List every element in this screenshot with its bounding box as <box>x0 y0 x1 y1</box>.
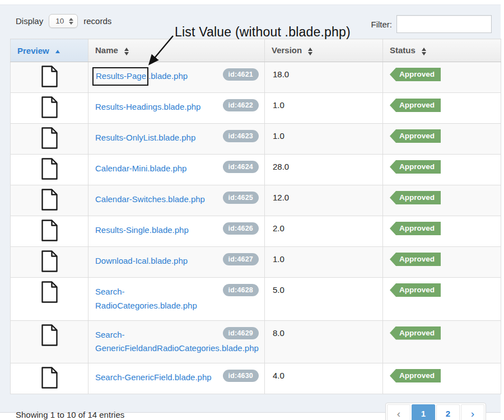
pagination-page-1[interactable]: 1 <box>412 404 435 420</box>
caret-up-icon <box>55 50 60 53</box>
file-icon[interactable] <box>41 172 58 181</box>
status-badge: Approved <box>390 283 441 297</box>
records-label: records <box>83 16 111 26</box>
status-badge: Approved <box>390 369 441 382</box>
preview-cell <box>11 363 88 394</box>
file-icon[interactable] <box>41 80 58 89</box>
template-name-link[interactable]: Results-Page.blade.php <box>95 69 188 83</box>
status-badge: Approved <box>390 326 441 340</box>
status-cell: Approved <box>383 124 501 155</box>
status-cell: Approved <box>383 320 501 363</box>
caret-updown-icon <box>308 48 312 55</box>
entries-summary: Showing 1 to 10 of 14 entries <box>16 410 124 419</box>
template-name-link[interactable]: Search-GenericField.blade.php <box>95 371 212 385</box>
status-cell: Approved <box>383 155 501 185</box>
id-badge: id:4628 <box>223 284 259 296</box>
status-badge: Approved <box>390 253 441 266</box>
preview-cell <box>11 93 88 124</box>
file-icon[interactable] <box>41 295 58 305</box>
version-cell: 28.0 <box>265 155 383 185</box>
id-badge: id:4624 <box>223 161 259 173</box>
file-icon[interactable] <box>41 110 58 120</box>
table-row: Results-Page.blade.phpid:462118.0Approve… <box>11 62 501 93</box>
column-label: Name <box>95 45 118 55</box>
status-badge: Approved <box>390 191 441 204</box>
preview-cell <box>11 124 88 155</box>
id-badge: id:4626 <box>223 222 259 235</box>
status-badge: Approved <box>390 129 441 143</box>
table-row: Search- GenericFieldandRadioCategories.b… <box>11 320 501 363</box>
version-cell: 1.0 <box>265 124 383 155</box>
template-name-link[interactable]: Results-Headings.blade.php <box>95 100 200 114</box>
table-row: Results-OnlyList.blade.phpid:46231.0Appr… <box>11 124 501 155</box>
name-cell: Calendar-Mini.blade.phpid:4624 <box>88 155 265 185</box>
template-name-link[interactable]: Search- RadioCategories.blade.php <box>95 285 197 313</box>
file-icon[interactable] <box>41 338 58 348</box>
table-toolbar: Display 10 records Filter: <box>0 5 501 39</box>
name-cell: Results-Single.blade.phpid:4626 <box>88 216 265 247</box>
status-badge: Approved <box>390 222 441 235</box>
version-cell: 8.0 <box>265 320 383 363</box>
name-cell: Results-OnlyList.blade.phpid:4623 <box>88 124 265 155</box>
column-label: Status <box>390 45 416 55</box>
preview-cell <box>11 155 88 185</box>
file-icon[interactable] <box>41 203 58 212</box>
table-header-row: Preview Name Version Status <box>11 39 501 62</box>
file-icon[interactable] <box>41 381 58 390</box>
table-footer: Showing 1 to 10 of 14 entries ‹12› <box>0 394 501 420</box>
id-badge: id:4622 <box>223 99 259 111</box>
table-row: Calendar-Mini.blade.phpid:462428.0Approv… <box>11 155 501 185</box>
name-cell: Results-Page.blade.phpid:4621 <box>88 62 265 93</box>
template-name-link[interactable]: Download-Ical.blade.php <box>95 254 188 268</box>
status-cell: Approved <box>383 278 501 321</box>
file-icon[interactable] <box>41 141 58 151</box>
id-badge: id:4627 <box>223 253 259 265</box>
template-name-link[interactable]: Results-Single.blade.php <box>95 223 189 237</box>
column-header-version[interactable]: Version <box>265 39 383 62</box>
records-per-page-control: Display 10 records <box>16 14 111 28</box>
template-name-link[interactable]: Calendar-Mini.blade.php <box>95 162 186 176</box>
pagination-page-2[interactable]: 2 <box>436 404 460 420</box>
table-row: Results-Single.blade.phpid:46262.0Approv… <box>11 216 501 247</box>
pagination: ‹12› <box>385 403 486 420</box>
id-badge: id:4623 <box>223 130 259 142</box>
table-row: Results-Headings.blade.phpid:46221.0Appr… <box>11 93 501 124</box>
column-header-preview[interactable]: Preview <box>11 39 88 62</box>
status-badge: Approved <box>390 99 441 112</box>
version-cell: 2.0 <box>265 216 383 247</box>
version-cell: 5.0 <box>265 278 383 321</box>
status-cell: Approved <box>383 247 501 278</box>
filter-input[interactable] <box>396 15 492 33</box>
name-cell: Calendar-Switches.blade.phpid:4625 <box>88 185 265 216</box>
table-row: Download-Ical.blade.phpid:46271.0Approve… <box>11 247 501 278</box>
caret-updown-icon <box>422 48 426 55</box>
version-cell: 1.0 <box>265 93 383 124</box>
id-badge: id:4625 <box>223 192 259 204</box>
status-badge: Approved <box>390 160 441 174</box>
content-panel: Display 10 records Filter: Preview Name <box>0 4 501 413</box>
table-row: Calendar-Switches.blade.phpid:462512.0Ap… <box>11 185 501 216</box>
records-select[interactable]: 10 <box>49 14 78 28</box>
file-icon[interactable] <box>41 234 58 243</box>
column-header-name[interactable]: Name <box>88 39 265 62</box>
column-header-status[interactable]: Status <box>383 39 501 62</box>
template-name-link[interactable]: Calendar-Switches.blade.php <box>95 193 205 207</box>
preview-cell <box>11 216 88 247</box>
id-badge: id:4621 <box>223 68 259 81</box>
name-cell: Results-Headings.blade.phpid:4622 <box>88 93 265 124</box>
column-label: Preview <box>17 46 49 55</box>
updown-stepper-icon <box>69 18 73 25</box>
table-row: Search-GenericField.blade.phpid:46304.0A… <box>11 363 501 394</box>
display-label: Display <box>16 16 43 26</box>
template-name-link[interactable]: Results-OnlyList.blade.php <box>95 131 195 145</box>
pagination-next-button[interactable]: › <box>461 404 484 420</box>
status-cell: Approved <box>383 93 501 124</box>
id-badge: id:4630 <box>223 370 259 382</box>
status-cell: Approved <box>383 216 501 247</box>
name-cell: Search- RadioCategories.blade.phpid:4628 <box>88 278 265 321</box>
status-cell: Approved <box>383 363 501 394</box>
name-cell: Download-Ical.blade.phpid:4627 <box>88 247 265 278</box>
file-icon[interactable] <box>41 264 58 274</box>
pagination-prev-button[interactable]: ‹ <box>387 404 410 420</box>
status-cell: Approved <box>383 62 501 93</box>
